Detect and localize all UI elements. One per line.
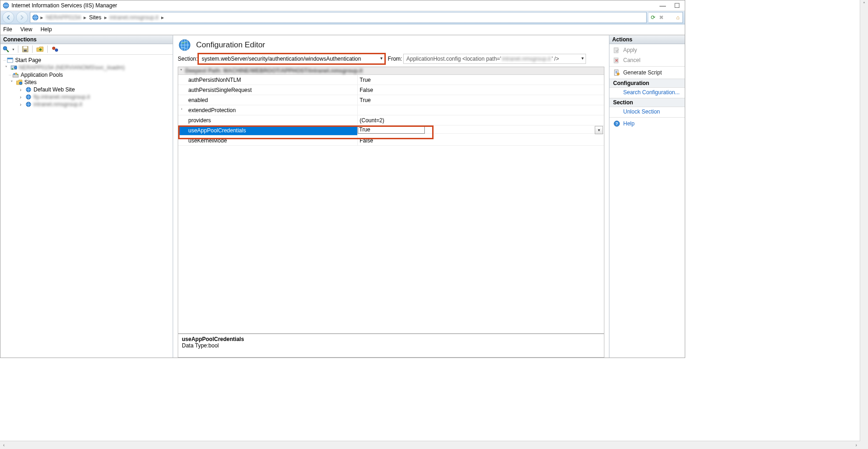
- svg-point-9: [55, 49, 58, 51]
- svg-point-27: [617, 73, 620, 75]
- collapse-icon[interactable]: ˅: [3, 65, 9, 70]
- prop-key-authPersistSingleRequest[interactable]: authPersistSingleRequest: [178, 85, 357, 95]
- menu-file[interactable]: File: [3, 26, 12, 33]
- tree-site-intranet[interactable]: › intranet.nmsgroup.it: [1, 101, 172, 108]
- svg-rect-7: [24, 50, 27, 51]
- prop-key-useKernelMode[interactable]: useKernelMode: [178, 136, 357, 146]
- connections-tree[interactable]: ┈ Start Page ˅ NERAPP0154 (NERVIANOMS\: [0, 55, 173, 358]
- expand-icon[interactable]: ›: [181, 107, 182, 111]
- svg-point-8: [52, 47, 55, 50]
- globe-icon: [31, 13, 39, 22]
- prop-val-authPersistSingleRequest[interactable]: False: [357, 85, 604, 95]
- prop-val-authPersistNonNTLM[interactable]: True: [357, 75, 604, 85]
- svg-point-18: [17, 74, 18, 75]
- save-icon[interactable]: [22, 46, 28, 52]
- expand-icon[interactable]: ›: [18, 102, 23, 107]
- content-panel: Configuration Editor Section: system.web…: [173, 35, 609, 358]
- up-level-icon[interactable]: [36, 46, 44, 52]
- action-apply[interactable]: Apply: [609, 45, 685, 55]
- tree-site-default[interactable]: › Default Web Site: [1, 86, 172, 93]
- prop-val-extendedProtection[interactable]: [357, 105, 604, 115]
- outer-scrollbar-horizontal[interactable]: ‹ ›: [0, 441, 860, 449]
- app-title: Internet Information Services (IIS) Mana…: [11, 2, 117, 9]
- action-cancel[interactable]: Cancel: [609, 55, 685, 65]
- connections-toolbar: ▾: [0, 44, 173, 55]
- tree-start-page[interactable]: ┈ Start Page: [1, 57, 172, 64]
- svg-point-3: [3, 46, 7, 50]
- forward-button[interactable]: [16, 11, 28, 23]
- breadcrumb-site[interactable]: intranet.nmsgroup.it: [108, 14, 160, 21]
- site-globe-icon: [25, 101, 32, 108]
- server-icon: [11, 64, 17, 71]
- titlebar: Internet Information Services (IIS) Mana…: [0, 0, 685, 11]
- page-title: Configuration Editor: [196, 40, 265, 50]
- breadcrumb-separator: ▸: [40, 14, 43, 21]
- section-dropdown[interactable]: system.webServer/security/authentication…: [198, 54, 385, 64]
- property-group-header[interactable]: ˅ Deepest Path: MACHINE/WEBROOT/APPHOST/…: [178, 67, 604, 75]
- prop-key-authPersistNonNTLM[interactable]: authPersistNonNTLM: [178, 75, 357, 85]
- dropdown-icon[interactable]: ▾: [595, 126, 603, 134]
- back-button[interactable]: [2, 11, 14, 23]
- expand-icon[interactable]: ›: [18, 95, 23, 100]
- site-globe-icon: [25, 94, 32, 100]
- details-prop-name: useAppPoolCredentials: [182, 336, 600, 342]
- breadcrumb-server[interactable]: NERAPP0154: [44, 14, 83, 21]
- connect-icon[interactable]: [2, 45, 10, 53]
- prop-val-input[interactable]: [358, 125, 425, 134]
- address-bar-tools: ⟳ ✖ ⌂: [648, 12, 683, 23]
- script-icon: [613, 69, 620, 76]
- stop-icon[interactable]: ✖: [658, 14, 665, 21]
- minimize-button[interactable]: —: [659, 2, 666, 9]
- tree-site-ftp[interactable]: › ftp.intranet.nmsgroup.it: [1, 93, 172, 101]
- svg-text:?: ?: [615, 121, 618, 126]
- breadcrumb-sites[interactable]: Sites: [87, 14, 103, 21]
- sites-folder-icon: [16, 79, 23, 85]
- section-label: Section:: [178, 56, 197, 62]
- prop-val-useKernelMode[interactable]: False: [357, 136, 604, 146]
- action-search-config[interactable]: Search Configuration...: [609, 88, 685, 97]
- property-grid: ˅ Deepest Path: MACHINE/WEBROOT/APPHOST/…: [178, 67, 604, 334]
- gears-icon[interactable]: [51, 45, 59, 53]
- action-unlock-section[interactable]: Unlock Section: [609, 107, 685, 116]
- start-page-icon: [7, 57, 13, 63]
- prop-key-useAppPoolCredentials[interactable]: useAppPoolCredentials: [178, 125, 357, 136]
- svg-point-17: [15, 73, 17, 74]
- prop-val-providers[interactable]: (Count=2): [357, 115, 604, 125]
- property-details: useAppPoolCredentials Data Type:bool: [178, 334, 604, 358]
- expand-icon[interactable]: ›: [18, 87, 23, 92]
- collapse-icon[interactable]: ˅: [9, 80, 14, 85]
- cancel-icon: [613, 57, 620, 64]
- prop-key-providers[interactable]: providers: [178, 115, 357, 125]
- refresh-icon[interactable]: ⟳: [649, 14, 657, 21]
- tree-app-pools[interactable]: ┈ Application Pools: [1, 71, 172, 79]
- prop-key-enabled[interactable]: enabled: [178, 95, 357, 105]
- menu-help[interactable]: Help: [40, 26, 52, 33]
- svg-rect-11: [7, 58, 13, 59]
- actions-panel: Actions Apply Cancel: [609, 35, 685, 358]
- menu-bar: File View Help: [0, 24, 685, 35]
- svg-point-16: [13, 73, 15, 75]
- home-icon[interactable]: ⌂: [674, 14, 682, 21]
- prop-val-useAppPoolCredentials[interactable]: ▾: [357, 125, 604, 134]
- iis-app-icon: [2, 2, 10, 9]
- details-prop-type: Data Type:bool: [182, 342, 600, 349]
- actions-header: Actions: [609, 35, 685, 44]
- apply-icon: [613, 46, 620, 54]
- scroll-left-icon[interactable]: ‹: [0, 443, 8, 448]
- scroll-up-icon[interactable]: ˄: [860, 0, 868, 8]
- tree-sites-node[interactable]: ˅ Sites: [1, 79, 172, 86]
- menu-view[interactable]: View: [20, 26, 32, 33]
- maximize-button[interactable]: ☐: [674, 2, 680, 9]
- from-dropdown[interactable]: ApplicationHost.config <location path=' …: [403, 54, 586, 64]
- prop-val-enabled[interactable]: True: [357, 95, 604, 105]
- tree-server-node[interactable]: ˅ NERAPP0154 (NERVIANOMS\svc_iisadm): [1, 64, 172, 71]
- outer-scrollbar-vertical[interactable]: ˄: [860, 0, 868, 449]
- breadcrumb[interactable]: ▸ NERAPP0154 ▸ Sites ▸ intranet.nmsgroup…: [30, 12, 647, 23]
- svg-rect-6: [23, 46, 27, 48]
- action-help[interactable]: ? Help: [609, 119, 685, 129]
- scroll-right-icon[interactable]: ›: [852, 443, 860, 448]
- app-pools-icon: [12, 72, 19, 78]
- action-generate-script[interactable]: Generate Script: [609, 68, 685, 78]
- prop-key-extendedProtection[interactable]: ›extendedProtection: [178, 105, 357, 115]
- collapse-icon[interactable]: ˅: [180, 68, 182, 74]
